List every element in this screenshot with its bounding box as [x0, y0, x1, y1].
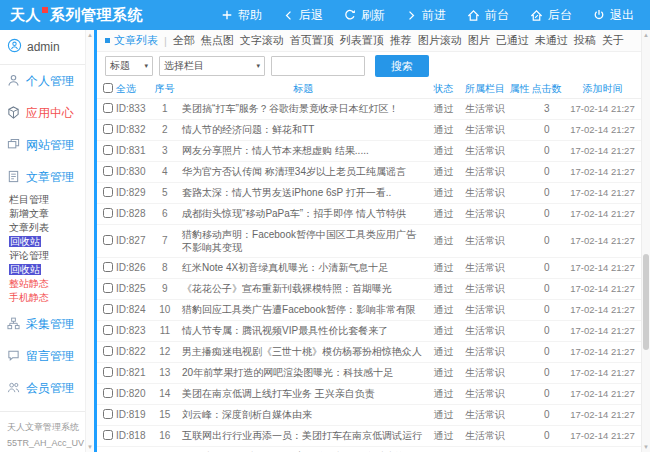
row-checkbox[interactable]: [103, 304, 113, 314]
sidebar-item-site[interactable]: 网站管理: [0, 129, 85, 161]
cell-title[interactable]: 美团搞“打车”服务？谷歌街景竟收录日本红灯区！: [180, 98, 426, 119]
nav-label: 帮助: [238, 7, 262, 24]
sidebar-subitem[interactable]: 回收站: [9, 235, 85, 249]
row-checkbox[interactable]: [103, 103, 113, 113]
cell-id: ID:820: [97, 383, 150, 404]
cell-attribute: [509, 320, 529, 341]
sidebar-subitem[interactable]: 回收站: [9, 263, 85, 277]
sidebar-item-collect[interactable]: 采集管理: [0, 308, 85, 340]
sidebar-subitem[interactable]: 手机静态: [9, 291, 85, 305]
cell-title[interactable]: 互联网出行行业再添一员：美团打车在南京低调试运行: [180, 425, 426, 446]
cell-index: 12: [150, 341, 180, 362]
row-id: ID:833: [116, 103, 145, 114]
row-checkbox[interactable]: [103, 367, 113, 377]
sidebar-item-message[interactable]: 留言管理: [0, 340, 85, 372]
nav-power[interactable]: 退出: [593, 7, 634, 24]
row-id: ID:828: [116, 208, 145, 219]
cell-title[interactable]: 《花花公子》宣布重新刊载裸模特照：首期曝光: [180, 278, 426, 299]
row-checkbox[interactable]: [103, 388, 113, 398]
search-button[interactable]: 搜索: [375, 55, 429, 77]
cell-title[interactable]: 情人节的经济问题：鲜花和TT: [180, 119, 426, 140]
row-checkbox[interactable]: [103, 145, 113, 155]
cell-attribute: [509, 278, 529, 299]
row-checkbox[interactable]: [103, 187, 113, 197]
scroll-down-icon[interactable]: ▼: [642, 444, 650, 450]
tab-filter[interactable]: 文字滚动: [240, 33, 284, 48]
scrollbar-thumb[interactable]: [643, 254, 649, 350]
cell-attribute: [509, 404, 529, 425]
cell-title[interactable]: 猎豹回应工具类广告遭Facebook暂停：影响非常有限: [180, 299, 426, 320]
category-select[interactable]: 选择栏目▾: [159, 56, 265, 76]
cell-title[interactable]: 情人节专属：腾讯视频VIP最具性价比套餐来了: [180, 320, 426, 341]
tab-filter[interactable]: 图片: [468, 33, 490, 48]
main-scrollbar[interactable]: ▲ ▼: [641, 30, 650, 452]
sidebar-subitem[interactable]: 新增文章: [9, 207, 85, 221]
sidebar-subitem[interactable]: 评论管理: [9, 249, 85, 263]
nav-plus[interactable]: 帮助: [221, 7, 262, 24]
sidebar-group: 应用中心: [0, 97, 85, 129]
cell-id: ID:822: [97, 341, 150, 362]
row-checkbox[interactable]: [103, 262, 113, 272]
cell-title[interactable]: 华为官方否认传闻 称清理34岁以上老员工纯属谣言: [180, 161, 426, 182]
tab-filter[interactable]: 未通过: [535, 33, 568, 48]
row-id: ID:819: [116, 409, 145, 420]
select-all-checkbox[interactable]: [103, 83, 113, 93]
tab-filter[interactable]: 焦点图: [201, 33, 234, 48]
sidebar-item-label: 采集管理: [26, 316, 74, 333]
person-icon: [7, 74, 20, 90]
tab-filter[interactable]: 首页置顶: [290, 33, 334, 48]
cell-added-time: 17-02-14 21:27: [564, 362, 641, 383]
row-checkbox[interactable]: [103, 283, 113, 293]
sidebar-item-apps[interactable]: 应用中心: [0, 97, 85, 129]
cell-title[interactable]: 网友分享照片：情人节本来想虚购 结果.....: [180, 140, 426, 161]
row-checkbox[interactable]: [103, 409, 113, 419]
cell-added-time: 17-02-14 21:27: [564, 446, 641, 452]
row-checkbox[interactable]: [103, 208, 113, 218]
cell-title[interactable]: 猎豹移动声明：Facebook暂停中国区工具类应用广告不影响其变现: [180, 224, 426, 257]
row-checkbox[interactable]: [103, 325, 113, 335]
cell-title[interactable]: 20年前苹果打造的网吧渲染图曝光：科技感十足: [180, 362, 426, 383]
scroll-up-icon[interactable]: ▲: [87, 32, 93, 38]
sidebar-item-members[interactable]: 会员管理: [0, 372, 85, 404]
cell-clicks: 0: [530, 140, 564, 161]
sidebar-item-article[interactable]: 文章管理: [0, 161, 85, 193]
row-checkbox[interactable]: [103, 430, 113, 440]
tab-filter[interactable]: 列表置顶: [340, 33, 384, 48]
search-input[interactable]: [271, 56, 365, 76]
sidebar-subitem[interactable]: 栏目管理: [9, 193, 85, 207]
sidebar-subitem[interactable]: 整站静态: [9, 277, 85, 291]
cell-title[interactable]: 成都街头惊现“移动PaPa车”：招手即停 情人节特供: [180, 203, 426, 224]
row-checkbox[interactable]: [103, 346, 113, 356]
nav-label: 退出: [610, 7, 634, 24]
nav-chevron-left[interactable]: 后退: [283, 7, 323, 24]
cell-title[interactable]: 红米Note 4X初音绿真机曝光：小清新气息十足: [180, 257, 426, 278]
sidebar-item-person[interactable]: 个人管理: [0, 65, 85, 97]
sidebar-group: 文章管理栏目管理新增文章文章列表回收站评论管理回收站整站静态手机静态: [0, 161, 85, 308]
tab-filter[interactable]: 已通过: [496, 33, 529, 48]
cell-title[interactable]: 如何选择H5营销媒介？三大微传单制作平台对比给你看: [180, 446, 426, 452]
cell-title[interactable]: 男主播痴迷电视剧《三世十桃》模仿杨幂扮相惊艳众人: [180, 341, 426, 362]
tab-filter[interactable]: 全部: [173, 33, 195, 48]
sidebar-subitem[interactable]: 文章列表: [9, 221, 85, 235]
row-checkbox[interactable]: [103, 235, 113, 245]
tab-filter[interactable]: 推荐: [390, 33, 412, 48]
tab-filter[interactable]: 投稿: [574, 33, 596, 48]
cell-title[interactable]: 套路太深：情人节男友送iPhone 6sP 打开一看..: [180, 182, 426, 203]
cell-index: 8: [150, 257, 180, 278]
nav-chevron-right[interactable]: 前进: [406, 7, 446, 24]
nav-home-admin[interactable]: 后台: [530, 7, 572, 24]
cell-title[interactable]: 美团在南京低调上线打车业务 王兴亲自负责: [180, 383, 426, 404]
cell-status: 通过: [426, 278, 460, 299]
scroll-down-icon[interactable]: ▼: [87, 444, 93, 450]
tab-current[interactable]: 文章列表: [105, 33, 158, 48]
scroll-up-icon[interactable]: ▲: [642, 32, 650, 38]
tab-filter[interactable]: 图片滚动: [418, 33, 462, 48]
nav-home[interactable]: 前台: [467, 7, 509, 24]
sidebar-scrollbar[interactable]: ▲ ▼: [85, 30, 94, 452]
nav-refresh[interactable]: 刷新: [344, 7, 385, 24]
row-checkbox[interactable]: [103, 124, 113, 134]
row-checkbox[interactable]: [103, 166, 113, 176]
tab-filter[interactable]: 关于: [602, 33, 624, 48]
cell-title[interactable]: 刘云峰：深度剖析自媒体由来: [180, 404, 426, 425]
field-select[interactable]: 标题▾: [105, 56, 153, 76]
